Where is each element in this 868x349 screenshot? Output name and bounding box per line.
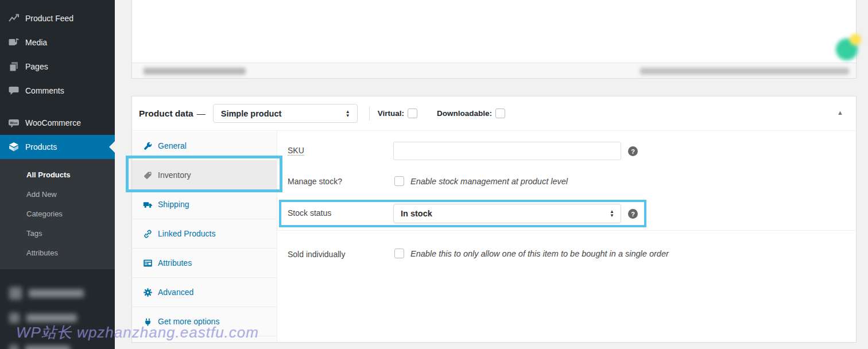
virtual-checkbox[interactable] [408,108,417,118]
sidebar-item-product-feed[interactable]: Product Feed [0,6,115,30]
sidebar-bottom-section [0,269,115,349]
tab-advanced[interactable]: Advanced [132,278,277,307]
sku-help-icon[interactable]: ? [628,146,638,156]
sidebar-item-comments[interactable]: Comments [0,79,115,103]
blurred-icon [9,313,20,323]
submenu-label: All Products [26,170,71,179]
manage-stock-description: Enable stock management at product level [410,177,568,186]
sidebar-item-products[interactable]: Products [0,135,115,159]
inventory-fields-panel: SKU ? Manage stock? Enable stock managem… [277,131,856,342]
tab-label: Shipping [158,200,189,209]
tab-linked-products[interactable]: Linked Products [132,219,277,249]
sidebar-item-woocommerce[interactable]: Woo WooCommerce [0,111,115,135]
blurred-label [26,314,77,322]
avatar-yellow-dot [850,34,861,45]
blurred-word-count-text [144,68,246,75]
submenu-label: Categories [26,210,63,218]
product-type-value: Simple product [221,109,282,118]
submenu-label: Add New [26,190,57,199]
manage-stock-label: Manage stock? [288,177,342,186]
content-editor-box [131,0,857,79]
metabox-title: Product data [139,108,193,119]
sidebar-item-label: Media [25,38,47,47]
blurred-label [25,346,70,349]
select-arrows-icon: ▲ ▼ [346,110,350,118]
blurred-last-edited-text [640,68,849,75]
header-divider [369,107,370,121]
sku-label: SKU [288,146,304,156]
manage-stock-checkbox[interactable] [394,176,404,186]
sidebar-item-label: Products [25,142,57,152]
woo-badge-text: Woo [10,121,18,125]
downloadable-label: Downloadable: [437,109,492,118]
sold-individually-checkbox[interactable] [394,249,404,258]
stock-status-value: In stock [401,209,432,218]
pages-icon [8,61,20,72]
submenu-item-add-new[interactable]: Add New [0,184,115,204]
wordpress-admin-page: Product Feed Media Pages Comments [0,0,868,349]
sidebar-item-label: Pages [25,62,48,71]
tab-label: Advanced [158,288,193,297]
product-data-metabox: Product data — Simple product ▲ ▼ Virtua… [131,96,857,343]
link-icon [143,229,153,239]
gear-icon [143,288,153,297]
blurred-icon [9,345,18,349]
wrench-icon [143,141,153,151]
submenu-item-attributes[interactable]: Attributes [0,243,115,262]
product-data-tabs: General Inventory Shipping Linked Produc… [132,131,277,342]
arrow-down-glyph: ▼ [346,114,350,118]
tab-label: Get more options [158,317,219,326]
plug-icon [143,317,153,327]
comments-icon [8,85,20,96]
woocommerce-icon: Woo [8,117,20,129]
floating-avatar[interactable] [836,36,860,60]
submenu-item-tags[interactable]: Tags [0,223,115,243]
tab-inventory[interactable]: Inventory [132,161,277,190]
tab-shipping[interactable]: Shipping [132,190,277,219]
stock-status-label: Stock status [288,208,331,218]
product-type-select[interactable]: Simple product ▲ ▼ [213,104,358,123]
tag-icon [143,170,153,180]
tab-get-more-options[interactable]: Get more options [132,307,277,336]
editor-status-bar [132,63,856,78]
collapse-panel-icon[interactable]: ▲ [837,109,843,116]
list-icon [143,258,153,268]
sidebar-item-label: Product Feed [25,14,73,23]
media-icon [8,37,20,48]
blurred-menu-item[interactable] [0,305,115,330]
sold-individually-description: Enable this to only allow one of this it… [410,249,669,258]
products-icon [8,141,20,153]
stock-status-select[interactable]: In stock ▲ ▼ [393,204,621,223]
metabox-title-dash: — [197,108,206,118]
sidebar-item-pages[interactable]: Pages [0,55,115,79]
product-data-header: Product data — Simple product ▲ ▼ Virtua… [132,96,856,131]
virtual-label: Virtual: [378,109,404,118]
tab-attributes[interactable]: Attributes [132,249,277,278]
submenu-item-categories[interactable]: Categories [0,204,115,223]
blurred-label [29,289,84,297]
blurred-icon [9,287,22,300]
tab-general[interactable]: General [132,131,277,161]
admin-sidebar: Product Feed Media Pages Comments [0,0,115,349]
sidebar-item-label: Comments [25,86,64,95]
submenu-label: Tags [26,229,42,238]
chart-line-icon [8,13,20,24]
sku-input[interactable] [393,142,621,160]
truck-icon [143,200,153,210]
tab-label: Attributes [158,258,192,267]
downloadable-checkbox[interactable] [495,108,505,118]
fields-divider [277,230,856,231]
tab-label: Linked Products [158,229,215,238]
menu-separator [0,103,115,111]
products-submenu: All Products Add New Categories Tags Att… [0,159,115,269]
stock-status-help-icon[interactable]: ? [628,209,638,219]
admin-menu: Product Feed Media Pages Comments [0,0,115,349]
tab-label: Inventory [158,170,191,180]
sidebar-item-media[interactable]: Media [0,30,115,55]
blurred-menu-item[interactable] [0,337,115,349]
tab-label: General [158,141,187,150]
arrow-down-glyph: ▼ [610,214,614,218]
sold-individually-label: Sold individually [288,250,345,259]
submenu-item-all-products[interactable]: All Products [0,165,115,184]
blurred-menu-item[interactable] [0,281,115,305]
